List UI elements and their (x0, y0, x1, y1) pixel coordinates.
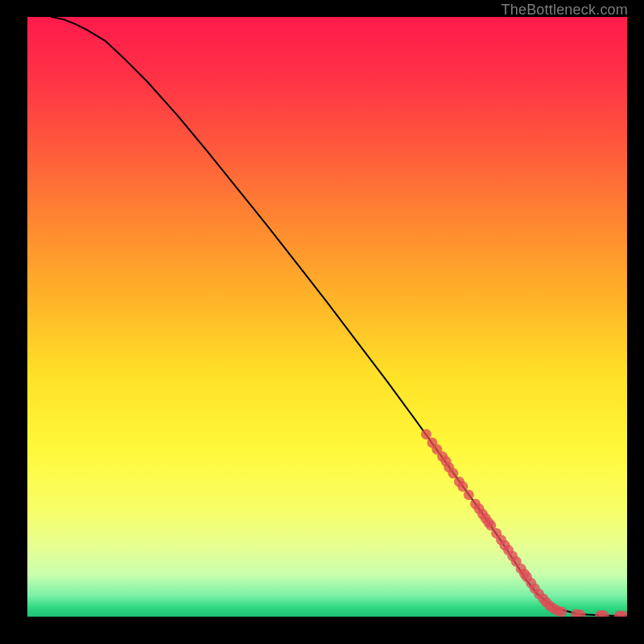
data-point (464, 489, 474, 500)
plot-frame (27, 17, 627, 617)
data-point (457, 481, 468, 492)
gradient-background (27, 17, 627, 617)
chart-stage: TheBottleneck.com (0, 0, 644, 644)
chart-svg (27, 17, 627, 617)
data-point (556, 607, 567, 617)
data-point (448, 468, 458, 478)
data-point (421, 429, 431, 440)
watermark-text: TheBottleneck.com (502, 2, 628, 19)
